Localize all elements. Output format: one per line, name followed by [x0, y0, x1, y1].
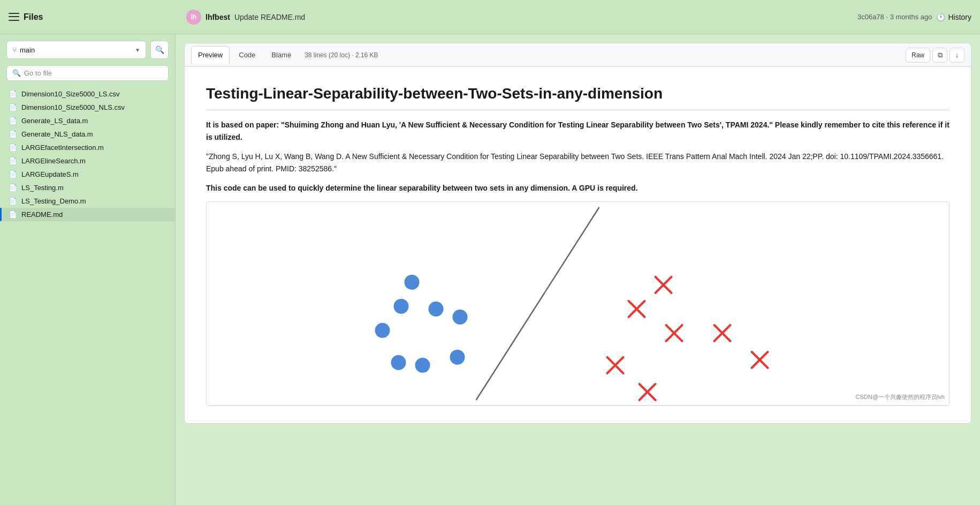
file-item[interactable]: 📄 LS_Testing.m [0, 181, 175, 194]
file-item[interactable]: 📄 Generate_NLS_data.m [0, 127, 175, 141]
file-name: Dimension10_Size5000_LS.csv [21, 90, 120, 98]
chart-container: CSDN@一个兴趣使然的程序员lvh [206, 201, 949, 406]
copy-icon: ⧉ [938, 51, 943, 59]
file-icon: 📄 [9, 157, 17, 165]
chart-svg [207, 202, 949, 405]
chevron-down-icon: ▼ [135, 47, 140, 53]
branch-name: main [20, 46, 132, 54]
commit-message: Update README.md [234, 13, 305, 21]
file-item[interactable]: 📄 Dimension10_Size5000_LS.csv [0, 87, 175, 101]
file-name: LARGEupdateS.m [21, 170, 79, 178]
file-item[interactable]: 📄 LARGElineSearch.m [0, 154, 175, 168]
file-icon: 📄 [9, 90, 17, 98]
file-icon: 📄 [9, 210, 17, 218]
raw-button[interactable]: Raw [906, 48, 930, 63]
file-icon: 📄 [9, 144, 17, 152]
tab-actions: Raw ⧉ ↓ [906, 48, 964, 63]
history-button[interactable]: 🕐 History [936, 13, 971, 21]
user-avatar: lh [186, 10, 201, 25]
chart-inner: CSDN@一个兴趣使然的程序员lvh [207, 202, 949, 405]
search-icon: 🔍 [155, 46, 164, 54]
toggle-sidebar-button[interactable] [9, 12, 19, 22]
files-section: Files [9, 12, 180, 22]
tab-code[interactable]: Code [232, 46, 262, 64]
content-area: Preview Code Blame 38 lines (20 loc) · 2… [176, 34, 980, 505]
svg-point-3 [394, 299, 409, 314]
branch-selector[interactable]: ⑂ main ▼ [6, 41, 146, 59]
tab-blame[interactable]: Blame [264, 46, 298, 64]
tab-preview[interactable]: Preview [191, 46, 230, 64]
main-layout: ⑂ main ▼ 🔍 🔍 Go to file 📄 Dimension10_Si… [0, 34, 980, 505]
readme-paragraph-2: "Zhong S, Lyu H, Lu X, Wang B, Wang D. A… [206, 150, 949, 175]
download-icon: ↓ [955, 51, 959, 59]
readme-paragraph-3-bold: This code can be used to quickly determi… [206, 184, 638, 192]
file-name: LARGElineSearch.m [21, 157, 86, 165]
search-small-icon: 🔍 [12, 69, 21, 77]
file-item[interactable]: 📄 LARGEfacetIntersection.m [0, 141, 175, 154]
file-icon: 📄 [9, 184, 17, 192]
svg-rect-0 [300, 202, 856, 405]
file-item[interactable]: 📄 Dimension10_Size5000_NLS.csv [0, 101, 175, 114]
file-icon: 📄 [9, 197, 17, 205]
svg-point-6 [391, 355, 406, 370]
svg-point-8 [450, 350, 465, 365]
file-name: LARGEfacetIntersection.m [21, 144, 104, 152]
svg-point-9 [453, 310, 468, 325]
svg-point-2 [405, 275, 420, 290]
file-icon: 📄 [9, 103, 17, 111]
file-viewer: Preview Code Blame 38 lines (20 loc) · 2… [184, 43, 971, 424]
file-item[interactable]: 📄 Generate_LS_data.m [0, 114, 175, 127]
file-item[interactable]: 📄 LARGEupdateS.m [0, 168, 175, 181]
file-name: Generate_NLS_data.m [21, 130, 93, 138]
download-button[interactable]: ↓ [949, 48, 964, 63]
clock-icon: 🕐 [936, 13, 945, 21]
file-icon: 📄 [9, 130, 17, 138]
file-name: Dimension10_Size5000_NLS.csv [21, 103, 125, 111]
branch-icon: ⑂ [12, 46, 17, 54]
readme-paragraph-1: It is based on paper: "Shuiming Zhong an… [206, 119, 949, 143]
watermark-text: CSDN@一个兴趣使然的程序员lvh [856, 393, 945, 401]
commit-section: lh lhfbest Update README.md [186, 10, 851, 25]
file-name: LS_Testing_Demo.m [21, 197, 86, 205]
search-button[interactable]: 🔍 [150, 41, 169, 59]
file-name: Generate_LS_data.m [21, 117, 88, 125]
file-list: 📄 Dimension10_Size5000_LS.csv 📄 Dimensio… [0, 85, 175, 223]
file-name: LS_Testing.m [21, 184, 64, 192]
readme-content: Testing-Linear-Separability-between-Two-… [185, 67, 971, 423]
file-item[interactable]: 📄 README.md [0, 208, 175, 221]
commit-username[interactable]: lhfbest [206, 13, 230, 21]
commit-hash: 3c06a78 · 3 months ago [857, 13, 932, 21]
goto-file-input[interactable]: 🔍 Go to file [6, 65, 169, 81]
tab-bar: Preview Code Blame 38 lines (20 loc) · 2… [185, 43, 971, 67]
svg-point-7 [415, 358, 430, 373]
file-meta: 38 lines (20 loc) · 2.16 KB [305, 51, 378, 59]
readme-paragraph-3: This code can be used to quickly determi… [206, 182, 949, 194]
svg-point-5 [375, 323, 390, 338]
file-icon: 📄 [9, 117, 17, 125]
readme-title: Testing-Linear-Separability-between-Two-… [206, 84, 949, 110]
sidebar-controls: ⑂ main ▼ 🔍 [0, 41, 175, 65]
history-label: History [948, 13, 971, 21]
file-item[interactable]: 📄 LS_Testing_Demo.m [0, 194, 175, 208]
files-label: Files [24, 12, 43, 22]
svg-point-4 [429, 302, 444, 316]
history-section: 3c06a78 · 3 months ago 🕐 History [857, 13, 971, 21]
copy-button[interactable]: ⧉ [932, 48, 947, 63]
sidebar: ⑂ main ▼ 🔍 🔍 Go to file 📄 Dimension10_Si… [0, 34, 176, 505]
goto-file-placeholder: Go to file [24, 69, 52, 77]
file-icon: 📄 [9, 170, 17, 178]
top-header: Files lh lhfbest Update README.md 3c06a7… [0, 0, 980, 34]
file-name: README.md [21, 210, 63, 218]
